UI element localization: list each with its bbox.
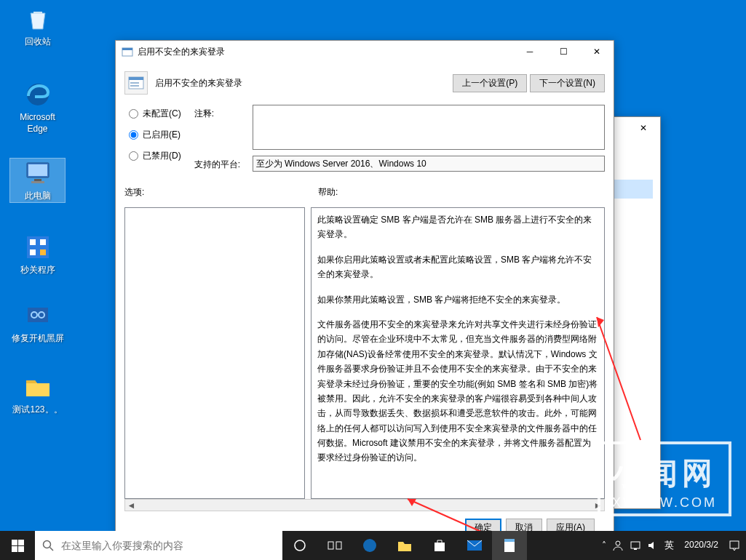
taskbar-edge[interactable] — [352, 531, 387, 560]
supported-field — [253, 156, 605, 172]
search-icon — [42, 540, 54, 551]
start-button[interactable] — [0, 531, 35, 560]
desktop-icon-repair-boot[interactable]: 修复开机黑屏 — [10, 301, 65, 345]
desktop-label: 秒关程序 — [10, 265, 65, 276]
options-label: 选项: — [124, 186, 305, 199]
comment-label: 注释: — [194, 105, 245, 120]
dialog-body: 启用不安全的来宾登录 上一个设置(P) 下一个设置(N) 未配置(C) 已启用(… — [116, 63, 614, 547]
radio-group: 未配置(C) 已启用(E) 已禁用(D) — [124, 105, 181, 162]
dialog-titlebar[interactable]: 启用不安全的来宾登录 ─ ☐ ✕ — [116, 41, 614, 63]
svg-rect-31 — [336, 542, 341, 549]
help-pane[interactable]: 此策略设置确定 SMB 客户端是否允许在 SMB 服务器上进行不安全的来宾登录。… — [311, 207, 605, 499]
desktop-icon-quick-close[interactable]: 秒关程序 — [10, 233, 65, 276]
help-p: 文件服务器使用不安全的来宾登录来允许对共享文件夹进行未经身份验证的访问。尽管在企… — [317, 317, 598, 465]
next-setting-button[interactable]: 下一个设置(N) — [530, 74, 605, 92]
panel-labels: 选项: 帮助: — [124, 186, 605, 203]
computer-icon — [23, 159, 52, 188]
system-tray: ˄ 英 2020/3/2 — [596, 531, 746, 560]
config-row: 未配置(C) 已启用(E) 已禁用(D) 注释: 支持的平台: — [124, 105, 605, 177]
comment-textarea[interactable] — [253, 105, 605, 150]
radio-not-configured[interactable]: 未配置(C) — [129, 108, 181, 120]
svg-rect-26 — [18, 546, 24, 552]
svg-rect-30 — [328, 542, 333, 549]
taskbar-mail[interactable] — [457, 531, 492, 560]
help-p: 如果你启用此策略设置或者未配置此策略设置，SMB 客户端将允许不安全的来宾登录。 — [317, 252, 598, 282]
svg-rect-6 — [30, 239, 36, 245]
minimize-button[interactable]: ─ — [513, 41, 547, 63]
policy-large-icon — [124, 71, 148, 95]
taskbar-store[interactable] — [422, 531, 457, 560]
search-input[interactable] — [61, 540, 275, 551]
supported-label: 支持的平台: — [194, 156, 245, 171]
folder-icon — [397, 538, 413, 553]
policy-header: 启用不安全的来宾登录 上一个设置(P) 下一个设置(N) — [124, 68, 605, 100]
radio-label: 已禁用(D) — [143, 150, 181, 162]
taskbar-notepad[interactable] — [492, 531, 527, 560]
desktop-icon-this-pc[interactable]: 此电脑 — [10, 159, 65, 202]
taskbar-search[interactable] — [35, 531, 282, 560]
prev-setting-button[interactable]: 上一个设置(P) — [453, 74, 527, 92]
cortana-button[interactable] — [282, 531, 317, 560]
recycle-bin-icon — [23, 4, 52, 33]
options-pane[interactable] — [124, 207, 305, 499]
radio-label: 已启用(E) — [143, 129, 180, 141]
desktop-icon-edge[interactable]: Microsoft Edge — [10, 80, 65, 135]
tray-chevron-icon[interactable]: ˄ — [602, 540, 606, 551]
svg-rect-33 — [434, 543, 445, 551]
help-p: 此策略设置确定 SMB 客户端是否允许在 SMB 服务器上进行不安全的来宾登录。 — [317, 212, 598, 242]
cortana-icon — [293, 539, 306, 552]
scroll-right-icon[interactable]: ► — [592, 500, 604, 511]
tray-volume-icon[interactable] — [647, 540, 659, 551]
help-label: 帮助: — [318, 186, 605, 199]
close-button[interactable]: ✕ — [580, 41, 614, 63]
desktop-label: 测试123。。 — [10, 404, 65, 416]
mail-icon — [467, 540, 483, 551]
edge-icon — [23, 80, 52, 109]
radio-label: 未配置(C) — [143, 108, 181, 120]
tray-ime-icon[interactable]: 英 — [664, 539, 674, 552]
svg-rect-9 — [40, 249, 46, 255]
svg-rect-18 — [130, 85, 139, 87]
svg-rect-14 — [122, 48, 132, 50]
svg-rect-24 — [18, 540, 24, 545]
svg-point-37 — [616, 541, 620, 545]
windows-icon — [12, 540, 24, 552]
svg-rect-2 — [28, 164, 47, 176]
desktop-icon-test-folder[interactable]: 测试123。。 — [10, 372, 65, 416]
edge-icon — [362, 537, 378, 553]
horizontal-scrollbar[interactable]: ◄ ► — [124, 499, 605, 511]
taskbar-clock[interactable]: 2020/3/2 — [680, 540, 723, 550]
dialog-title: 启用不安全的来宾登录 — [138, 46, 513, 58]
radio-enabled[interactable]: 已启用(E) — [129, 129, 181, 141]
svg-line-28 — [50, 548, 54, 551]
taskbar: ˄ 英 2020/3/2 — [0, 531, 746, 560]
help-p: 如果你禁用此策略设置，SMB 客户端将拒绝不安全的来宾登录。 — [317, 292, 598, 307]
desktop-label: 回收站 — [10, 36, 65, 48]
tray-notification-icon[interactable] — [729, 540, 740, 551]
desktop-label: 此电脑 — [10, 191, 65, 202]
taskview-button[interactable] — [317, 531, 352, 560]
svg-rect-17 — [130, 82, 139, 84]
svg-point-32 — [363, 539, 376, 552]
tray-people-icon[interactable] — [612, 540, 624, 551]
svg-point-27 — [44, 541, 51, 548]
svg-rect-8 — [30, 249, 36, 255]
svg-rect-23 — [12, 540, 17, 545]
taskview-icon — [328, 540, 342, 551]
app-icon — [23, 233, 52, 262]
tray-network-icon[interactable] — [630, 540, 641, 551]
policy-icon — [122, 46, 133, 57]
desktop-icon-recycle-bin[interactable]: 回收站 — [10, 4, 65, 48]
taskbar-explorer[interactable] — [387, 531, 422, 560]
svg-rect-25 — [12, 546, 17, 552]
radio-disabled[interactable]: 已禁用(D) — [129, 150, 181, 162]
desktop-label: 修复开机黑屏 — [10, 333, 65, 345]
repair-icon — [23, 301, 52, 330]
svg-rect-4 — [31, 181, 44, 183]
folder-icon — [23, 372, 52, 401]
svg-rect-7 — [40, 239, 46, 245]
svg-point-29 — [295, 540, 305, 551]
maximize-button[interactable]: ☐ — [547, 41, 580, 63]
scroll-left-icon[interactable]: ◄ — [125, 500, 138, 511]
svg-rect-40 — [730, 541, 739, 548]
